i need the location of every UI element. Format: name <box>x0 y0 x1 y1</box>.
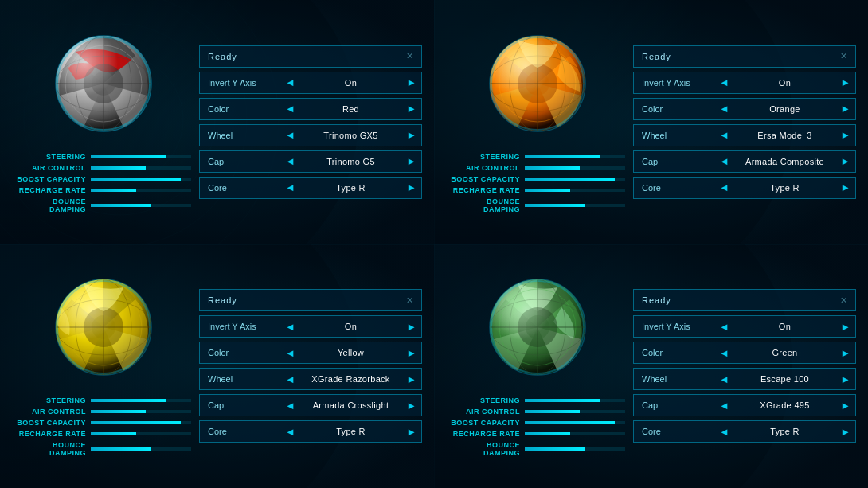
player2-color-arrow-left[interactable]: ◄ <box>714 103 734 115</box>
p4-stat-recharge-bar-container <box>525 432 625 435</box>
player1-ball-svg <box>52 32 155 135</box>
player2-cap-label: Cap <box>634 157 714 166</box>
player4-ready-box[interactable]: Ready ✕ <box>633 289 856 311</box>
player4-wheel-row: Wheel ◄ Escape 100 ► <box>633 368 856 390</box>
p4-stat-bounce-bar <box>525 447 585 451</box>
player1-wheel-value: Trinomo GX5 <box>300 131 401 140</box>
player2-color-arrow-right[interactable]: ► <box>835 103 855 115</box>
player3-cap-arrow-left[interactable]: ◄ <box>280 400 300 412</box>
p4-stat-steering-bar <box>525 399 600 402</box>
player1-invert-arrow-left[interactable]: ◄ <box>280 76 300 88</box>
player3-cap-value-area: ◄ Armada Crosslight ► <box>280 400 421 412</box>
player1-invert-arrow-right[interactable]: ► <box>401 76 421 88</box>
player2-ready-box[interactable]: Ready ✕ <box>633 45 856 68</box>
player4-cap-label: Cap <box>634 400 714 410</box>
player3-wheel-arrow-left[interactable]: ◄ <box>280 373 300 385</box>
player2-core-arrow-right[interactable]: ► <box>835 182 855 193</box>
player4-wheel-arrow-right[interactable]: ► <box>835 373 855 385</box>
player4-invert-arrow-right[interactable]: ► <box>835 321 855 333</box>
player1-cap-row: Cap ◄ Trinomo G5 ► <box>199 150 422 173</box>
player2-wheel-row: Wheel ◄ Ersa Model 3 ► <box>633 124 856 146</box>
player3-invert-arrow-right[interactable]: ► <box>401 321 421 333</box>
player2-wheel-arrow-right[interactable]: ► <box>835 129 855 141</box>
player1-wheel-row: Wheel ◄ Trinomo GX5 ► <box>199 124 422 146</box>
p2-stat-steering-bar <box>525 155 600 158</box>
player2-cap-value-area: ◄ Armada Composite ► <box>714 155 855 167</box>
player3-color-arrow-left[interactable]: ◄ <box>280 347 300 359</box>
player2-ready-row: Ready ✕ <box>633 45 856 68</box>
player2-invert-arrow-left[interactable]: ◄ <box>714 76 734 88</box>
player3-core-arrow-right[interactable]: ► <box>401 426 421 438</box>
player3-ready-box[interactable]: Ready ✕ <box>199 289 422 311</box>
player2-invert-label: Invert Y Axis <box>634 78 714 88</box>
player1-color-arrow-right[interactable]: ► <box>401 103 421 115</box>
player1-cap-arrow-left[interactable]: ◄ <box>280 155 300 167</box>
player3-cap-box: Cap ◄ Armada Crosslight ► <box>199 394 422 416</box>
player2-cap-arrow-left[interactable]: ◄ <box>714 155 734 167</box>
stat-bounce-bar-container <box>91 204 191 207</box>
p2-stat-bounce-bar-container <box>525 204 625 207</box>
stat-steering: STEERING <box>16 153 191 161</box>
player2-core-arrow-left[interactable]: ◄ <box>714 182 734 193</box>
p3-stat-recharge: RECHARGE RATE <box>16 430 191 438</box>
player3-cap-arrow-right[interactable]: ► <box>401 400 421 412</box>
quadrant-player2: STEERING AIR CONTROL BOOST CAPACITY RECH… <box>434 0 868 244</box>
player2-wheel-label: Wheel <box>634 131 714 140</box>
player2-invert-arrow-right[interactable]: ► <box>835 76 855 88</box>
player3-color-arrow-right[interactable]: ► <box>401 347 421 359</box>
player4-ball-section: STEERING AIR CONTROL BOOST CAPACITY RECH… <box>450 271 625 460</box>
player4-invert-arrow-left[interactable]: ◄ <box>714 321 734 333</box>
player4-core-arrow-left[interactable]: ◄ <box>714 426 734 438</box>
stat-boost: BOOST CAPACITY <box>16 175 191 183</box>
player4-core-arrow-right[interactable]: ► <box>835 426 855 438</box>
player1-ball <box>48 28 159 139</box>
player1-wheel-box: Wheel ◄ Trinomo GX5 ► <box>199 124 422 146</box>
player3-core-arrow-left[interactable]: ◄ <box>280 426 300 438</box>
player2-invert-box: Invert Y Axis ◄ On ► <box>633 72 856 94</box>
player2-cap-row: Cap ◄ Armada Composite ► <box>633 150 856 173</box>
p3-stat-steering-bar-container <box>91 399 191 402</box>
player2-core-box: Core ◄ Type R ► <box>633 177 856 199</box>
p3-stat-recharge-label: RECHARGE RATE <box>16 430 86 438</box>
player4-wheel-arrow-left[interactable]: ◄ <box>714 373 734 385</box>
player2-ready-label: Ready <box>642 52 671 61</box>
player3-wheel-arrow-right[interactable]: ► <box>401 373 421 385</box>
player4-ready-row: Ready ✕ <box>633 289 856 311</box>
player3-core-value-area: ◄ Type R ► <box>280 426 421 438</box>
player1-ready-box[interactable]: Ready ✕ <box>199 45 422 68</box>
player4-color-arrow-right[interactable]: ► <box>835 347 855 359</box>
player3-cap-value: Armada Crosslight <box>300 400 401 410</box>
p2-stat-steering-label: STEERING <box>450 153 520 161</box>
p3-stat-steering: STEERING <box>16 396 191 404</box>
player1-color-label: Color <box>200 104 280 114</box>
player4-cap-arrow-left[interactable]: ◄ <box>714 400 734 412</box>
player1-wheel-arrow-left[interactable]: ◄ <box>280 129 300 141</box>
player2-wheel-arrow-left[interactable]: ◄ <box>714 129 734 141</box>
player3-cap-label: Cap <box>200 400 280 410</box>
p2-stat-air-bar-container <box>525 166 625 170</box>
player3-core-value: Type R <box>300 427 401 436</box>
player3-invert-arrow-left[interactable]: ◄ <box>280 321 300 333</box>
p3-stat-boost-bar-container <box>91 421 191 424</box>
player1-color-arrow-left[interactable]: ◄ <box>280 103 300 115</box>
player1-wheel-arrow-right[interactable]: ► <box>401 129 421 141</box>
p2-stat-air-bar <box>525 166 580 170</box>
player2-ball-svg <box>486 32 589 135</box>
player4-color-row: Color ◄ Green ► <box>633 342 856 364</box>
player1-core-arrow-left[interactable]: ◄ <box>280 182 300 193</box>
player1-invert-value: On <box>300 78 401 88</box>
quadrant-player1: STEERING AIR CONTROL BOOST CAPACITY RECH… <box>0 0 434 244</box>
stat-recharge-bar <box>91 189 136 192</box>
player4-core-value-area: ◄ Type R ► <box>714 426 855 438</box>
p2-stat-air: AIR CONTROL <box>450 164 625 172</box>
player2-cap-arrow-right[interactable]: ► <box>835 155 855 167</box>
player3-core-box: Core ◄ Type R ► <box>199 420 422 443</box>
player3-invert-value-area: ◄ On ► <box>280 321 421 333</box>
player1-ready-row: Ready ✕ <box>199 45 422 68</box>
p4-stat-recharge-bar <box>525 432 570 435</box>
player4-cap-arrow-right[interactable]: ► <box>835 400 855 412</box>
player4-color-arrow-left[interactable]: ◄ <box>714 347 734 359</box>
player1-core-arrow-right[interactable]: ► <box>401 182 421 193</box>
player1-cap-arrow-right[interactable]: ► <box>401 155 421 167</box>
player2-color-label: Color <box>634 104 714 114</box>
